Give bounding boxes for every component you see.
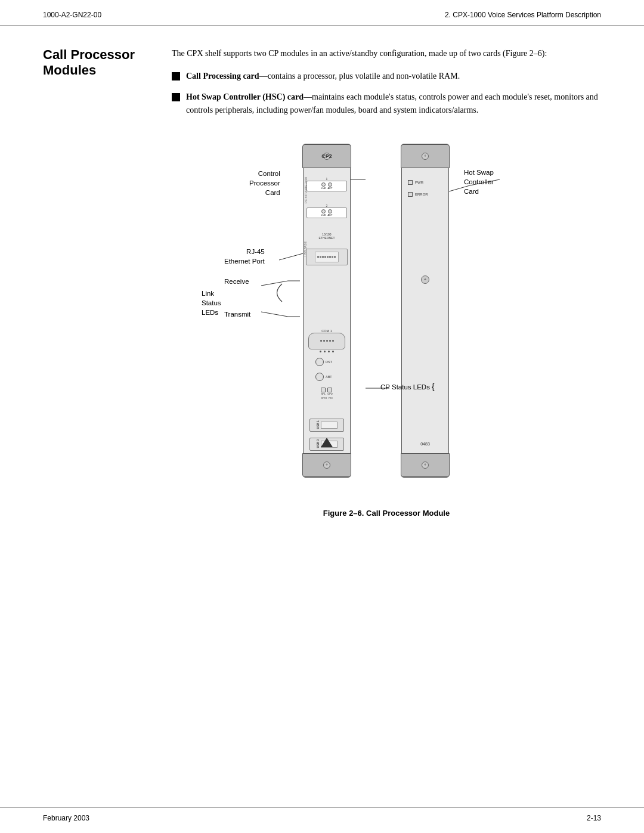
figure-container: + CP2 1 LNK — [172, 132, 601, 518]
callout-hot-swap: Hot Swap Controller Card — [464, 168, 494, 196]
rj45-port — [306, 249, 348, 265]
mid-screw: + — [421, 275, 429, 284]
callout-receive: Receive — [224, 277, 249, 286]
cpu-led: CPU — [327, 388, 332, 395]
rst-button-area: RST — [315, 358, 332, 366]
figure-caption: Figure 2–6. Call Processor Module — [184, 509, 589, 518]
section-heading: Call Processor Modules — [43, 47, 150, 79]
header-right: 2. CPX-1000 Voice Services Platform Desc… — [445, 11, 601, 19]
page-footer: February 2003 2-13 — [0, 807, 644, 833]
pwr-indicator: PWR — [408, 180, 423, 185]
bullet-text-2: Hot Swap Controller (HSC) card—maintains… — [186, 91, 601, 117]
rst-button — [315, 358, 324, 366]
pci-led: PCI — [329, 397, 333, 400]
svg-line-5 — [261, 281, 288, 286]
error-led — [408, 192, 413, 197]
footer-left: February 2003 — [43, 814, 89, 822]
bottom-bracket-left: + — [302, 453, 351, 477]
cp2-label: CP2 — [303, 153, 351, 159]
rj45-inner — [315, 252, 339, 262]
error-indicator: ERROR — [408, 192, 428, 197]
rj45-port-area — [306, 249, 348, 265]
list-item: Call Processing card—contains a processo… — [172, 70, 601, 83]
usb-port-1: USB 1 — [309, 419, 344, 432]
figure-wrapper: + CP2 1 LNK — [184, 132, 589, 518]
led-row-2: CPCI PCI — [308, 397, 345, 400]
db9-connector — [308, 333, 345, 349]
top-bracket-right: + — [401, 144, 450, 168]
bracket-screw-top-right: + — [422, 153, 429, 160]
bullet-icon — [172, 72, 180, 80]
led-row-1: SFL CPU — [308, 388, 345, 395]
call-processing-card: + CP2 1 LNK — [303, 144, 351, 478]
callout-transmit: Transmit — [224, 309, 250, 319]
pc-slot-1: 1 LNK ACT — [306, 177, 347, 191]
abt-button — [315, 373, 324, 381]
bracket-screw-bottom-left: + — [323, 462, 330, 469]
status-leds-area: SFL CPU CPCI — [308, 388, 345, 401]
svg-line-7 — [261, 312, 288, 317]
header-left: 1000-A2-GN22-00 — [43, 11, 101, 19]
callout-control-processor: Control Processor Card — [249, 169, 280, 197]
serial-label: 0483 — [420, 442, 430, 446]
rst-label: RST — [326, 360, 332, 364]
rj45-pins — [316, 256, 338, 258]
bullet-list: Call Processing card—contains a processo… — [172, 70, 601, 117]
sfl-led: SFL — [321, 388, 326, 395]
bullet-text-1: Call Processing card—contains a processo… — [186, 70, 601, 83]
abt-button-area: ABT — [315, 373, 332, 381]
pc-slot-2: 2 LNK ACT — [306, 204, 347, 218]
footer-right: 2-13 — [587, 814, 601, 822]
pwr-label: PWR — [415, 181, 423, 184]
intro-paragraph: The CPX shelf supports two CP modules in… — [172, 47, 601, 60]
bracket-screw-bottom-right: + — [422, 462, 429, 469]
cpci-led: CPCI — [321, 397, 327, 400]
callout-link-status: Link Status LEDs — [202, 289, 221, 317]
bullet-icon — [172, 93, 180, 101]
ethernet-section: 10/100ETHERNET — [306, 233, 347, 240]
com-label: COM 1 — [308, 329, 345, 333]
callout-cp-status-leds: CP Status LEDs { — [380, 381, 435, 393]
hot-swap-controller-card: + PWR ERROR — [401, 144, 449, 478]
alarm-triangle — [321, 438, 333, 447]
diagram-area: + CP2 1 LNK — [184, 132, 589, 501]
section-body: The CPX shelf supports two CP modules in… — [172, 47, 601, 518]
callout-rj45: RJ-45 Ethernet Port — [224, 247, 265, 266]
bottom-bracket-right: + — [401, 453, 450, 477]
abt-label: ABT — [326, 375, 332, 379]
error-label: ERROR — [415, 193, 428, 196]
com-port: COM 1 — [308, 329, 345, 352]
section-title: Call Processor Modules — [43, 47, 150, 518]
list-item: Hot Swap Controller (HSC) card—maintains… — [172, 91, 601, 117]
page-content: Call Processor Modules The CPX shelf sup… — [0, 26, 644, 565]
top-bracket: + CP2 — [302, 144, 351, 168]
pwr-led — [408, 180, 413, 185]
page-header: 1000-A2-GN22-00 2. CPX-1000 Voice Servic… — [0, 0, 644, 26]
